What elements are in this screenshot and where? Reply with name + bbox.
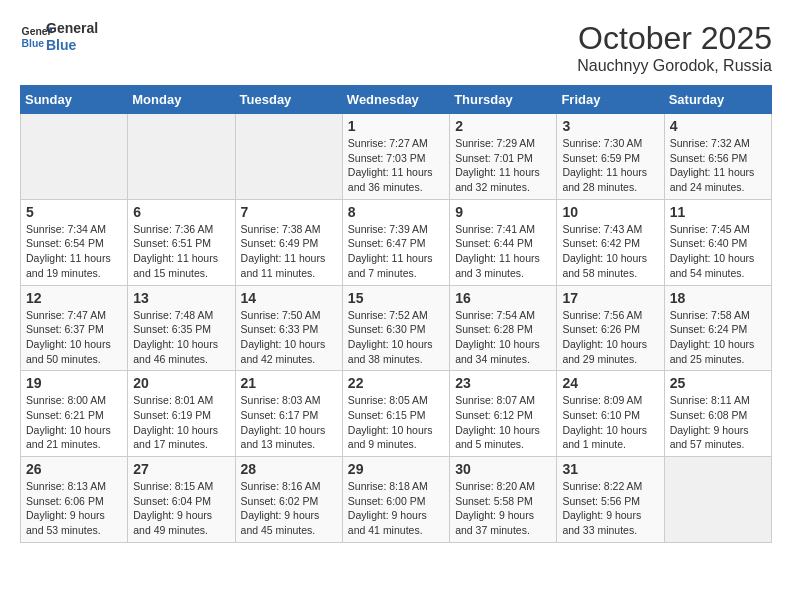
day-number: 29 — [348, 461, 444, 477]
calendar-cell — [664, 457, 771, 543]
calendar-cell: 10Sunrise: 7:43 AM Sunset: 6:42 PM Dayli… — [557, 199, 664, 285]
day-number: 28 — [241, 461, 337, 477]
calendar-cell: 16Sunrise: 7:54 AM Sunset: 6:28 PM Dayli… — [450, 285, 557, 371]
calendar-cell: 14Sunrise: 7:50 AM Sunset: 6:33 PM Dayli… — [235, 285, 342, 371]
day-number: 31 — [562, 461, 658, 477]
day-info: Sunrise: 7:32 AM Sunset: 6:56 PM Dayligh… — [670, 136, 766, 195]
header-day-monday: Monday — [128, 86, 235, 114]
header-day-friday: Friday — [557, 86, 664, 114]
calendar-cell: 27Sunrise: 8:15 AM Sunset: 6:04 PM Dayli… — [128, 457, 235, 543]
day-number: 10 — [562, 204, 658, 220]
calendar-cell — [235, 114, 342, 200]
calendar-cell: 18Sunrise: 7:58 AM Sunset: 6:24 PM Dayli… — [664, 285, 771, 371]
day-info: Sunrise: 8:13 AM Sunset: 6:06 PM Dayligh… — [26, 479, 122, 538]
calendar-cell — [128, 114, 235, 200]
day-number: 18 — [670, 290, 766, 306]
svg-text:Blue: Blue — [22, 37, 45, 48]
logo-line2: Blue — [46, 37, 98, 54]
week-row-4: 19Sunrise: 8:00 AM Sunset: 6:21 PM Dayli… — [21, 371, 772, 457]
week-row-5: 26Sunrise: 8:13 AM Sunset: 6:06 PM Dayli… — [21, 457, 772, 543]
day-info: Sunrise: 7:52 AM Sunset: 6:30 PM Dayligh… — [348, 308, 444, 367]
header-day-tuesday: Tuesday — [235, 86, 342, 114]
calendar-cell: 13Sunrise: 7:48 AM Sunset: 6:35 PM Dayli… — [128, 285, 235, 371]
day-number: 25 — [670, 375, 766, 391]
day-info: Sunrise: 8:11 AM Sunset: 6:08 PM Dayligh… — [670, 393, 766, 452]
calendar-cell: 20Sunrise: 8:01 AM Sunset: 6:19 PM Dayli… — [128, 371, 235, 457]
calendar-cell: 24Sunrise: 8:09 AM Sunset: 6:10 PM Dayli… — [557, 371, 664, 457]
calendar-title: October 2025 — [577, 20, 772, 57]
calendar-table: SundayMondayTuesdayWednesdayThursdayFrid… — [20, 85, 772, 543]
day-info: Sunrise: 7:29 AM Sunset: 7:01 PM Dayligh… — [455, 136, 551, 195]
day-number: 21 — [241, 375, 337, 391]
calendar-cell: 28Sunrise: 8:16 AM Sunset: 6:02 PM Dayli… — [235, 457, 342, 543]
day-info: Sunrise: 8:18 AM Sunset: 6:00 PM Dayligh… — [348, 479, 444, 538]
calendar-cell: 5Sunrise: 7:34 AM Sunset: 6:54 PM Daylig… — [21, 199, 128, 285]
calendar-cell: 8Sunrise: 7:39 AM Sunset: 6:47 PM Daylig… — [342, 199, 449, 285]
day-number: 22 — [348, 375, 444, 391]
calendar-cell: 30Sunrise: 8:20 AM Sunset: 5:58 PM Dayli… — [450, 457, 557, 543]
day-info: Sunrise: 7:47 AM Sunset: 6:37 PM Dayligh… — [26, 308, 122, 367]
day-number: 24 — [562, 375, 658, 391]
day-number: 15 — [348, 290, 444, 306]
day-number: 13 — [133, 290, 229, 306]
day-number: 3 — [562, 118, 658, 134]
calendar-subtitle: Nauchnyy Gorodok, Russia — [577, 57, 772, 75]
day-info: Sunrise: 7:27 AM Sunset: 7:03 PM Dayligh… — [348, 136, 444, 195]
calendar-cell: 7Sunrise: 7:38 AM Sunset: 6:49 PM Daylig… — [235, 199, 342, 285]
calendar-cell: 23Sunrise: 8:07 AM Sunset: 6:12 PM Dayli… — [450, 371, 557, 457]
day-info: Sunrise: 7:43 AM Sunset: 6:42 PM Dayligh… — [562, 222, 658, 281]
day-info: Sunrise: 8:00 AM Sunset: 6:21 PM Dayligh… — [26, 393, 122, 452]
day-info: Sunrise: 8:07 AM Sunset: 6:12 PM Dayligh… — [455, 393, 551, 452]
calendar-cell: 4Sunrise: 7:32 AM Sunset: 6:56 PM Daylig… — [664, 114, 771, 200]
day-number: 14 — [241, 290, 337, 306]
header-day-thursday: Thursday — [450, 86, 557, 114]
header-row: SundayMondayTuesdayWednesdayThursdayFrid… — [21, 86, 772, 114]
day-number: 2 — [455, 118, 551, 134]
day-info: Sunrise: 7:39 AM Sunset: 6:47 PM Dayligh… — [348, 222, 444, 281]
calendar-cell: 6Sunrise: 7:36 AM Sunset: 6:51 PM Daylig… — [128, 199, 235, 285]
day-number: 8 — [348, 204, 444, 220]
calendar-cell: 3Sunrise: 7:30 AM Sunset: 6:59 PM Daylig… — [557, 114, 664, 200]
week-row-1: 1Sunrise: 7:27 AM Sunset: 7:03 PM Daylig… — [21, 114, 772, 200]
day-info: Sunrise: 7:54 AM Sunset: 6:28 PM Dayligh… — [455, 308, 551, 367]
day-number: 1 — [348, 118, 444, 134]
calendar-cell — [21, 114, 128, 200]
day-number: 20 — [133, 375, 229, 391]
day-info: Sunrise: 7:34 AM Sunset: 6:54 PM Dayligh… — [26, 222, 122, 281]
day-info: Sunrise: 8:16 AM Sunset: 6:02 PM Dayligh… — [241, 479, 337, 538]
day-number: 27 — [133, 461, 229, 477]
calendar-cell: 31Sunrise: 8:22 AM Sunset: 5:56 PM Dayli… — [557, 457, 664, 543]
header-day-saturday: Saturday — [664, 86, 771, 114]
day-info: Sunrise: 7:58 AM Sunset: 6:24 PM Dayligh… — [670, 308, 766, 367]
day-info: Sunrise: 8:09 AM Sunset: 6:10 PM Dayligh… — [562, 393, 658, 452]
day-info: Sunrise: 8:01 AM Sunset: 6:19 PM Dayligh… — [133, 393, 229, 452]
day-number: 17 — [562, 290, 658, 306]
calendar-cell: 9Sunrise: 7:41 AM Sunset: 6:44 PM Daylig… — [450, 199, 557, 285]
calendar-cell: 19Sunrise: 8:00 AM Sunset: 6:21 PM Dayli… — [21, 371, 128, 457]
day-info: Sunrise: 7:38 AM Sunset: 6:49 PM Dayligh… — [241, 222, 337, 281]
calendar-cell: 25Sunrise: 8:11 AM Sunset: 6:08 PM Dayli… — [664, 371, 771, 457]
day-number: 11 — [670, 204, 766, 220]
day-info: Sunrise: 7:41 AM Sunset: 6:44 PM Dayligh… — [455, 222, 551, 281]
calendar-cell: 15Sunrise: 7:52 AM Sunset: 6:30 PM Dayli… — [342, 285, 449, 371]
week-row-3: 12Sunrise: 7:47 AM Sunset: 6:37 PM Dayli… — [21, 285, 772, 371]
header-day-sunday: Sunday — [21, 86, 128, 114]
week-row-2: 5Sunrise: 7:34 AM Sunset: 6:54 PM Daylig… — [21, 199, 772, 285]
day-info: Sunrise: 7:56 AM Sunset: 6:26 PM Dayligh… — [562, 308, 658, 367]
day-info: Sunrise: 8:22 AM Sunset: 5:56 PM Dayligh… — [562, 479, 658, 538]
header-day-wednesday: Wednesday — [342, 86, 449, 114]
calendar-cell: 12Sunrise: 7:47 AM Sunset: 6:37 PM Dayli… — [21, 285, 128, 371]
day-number: 30 — [455, 461, 551, 477]
day-info: Sunrise: 7:45 AM Sunset: 6:40 PM Dayligh… — [670, 222, 766, 281]
calendar-cell: 1Sunrise: 7:27 AM Sunset: 7:03 PM Daylig… — [342, 114, 449, 200]
logo: General Blue General Blue — [20, 20, 98, 54]
calendar-cell: 29Sunrise: 8:18 AM Sunset: 6:00 PM Dayli… — [342, 457, 449, 543]
calendar-cell: 22Sunrise: 8:05 AM Sunset: 6:15 PM Dayli… — [342, 371, 449, 457]
day-number: 26 — [26, 461, 122, 477]
calendar-cell: 2Sunrise: 7:29 AM Sunset: 7:01 PM Daylig… — [450, 114, 557, 200]
day-info: Sunrise: 7:36 AM Sunset: 6:51 PM Dayligh… — [133, 222, 229, 281]
day-info: Sunrise: 8:15 AM Sunset: 6:04 PM Dayligh… — [133, 479, 229, 538]
calendar-cell: 17Sunrise: 7:56 AM Sunset: 6:26 PM Dayli… — [557, 285, 664, 371]
page-header: General Blue General Blue October 2025 N… — [20, 20, 772, 75]
day-info: Sunrise: 7:50 AM Sunset: 6:33 PM Dayligh… — [241, 308, 337, 367]
